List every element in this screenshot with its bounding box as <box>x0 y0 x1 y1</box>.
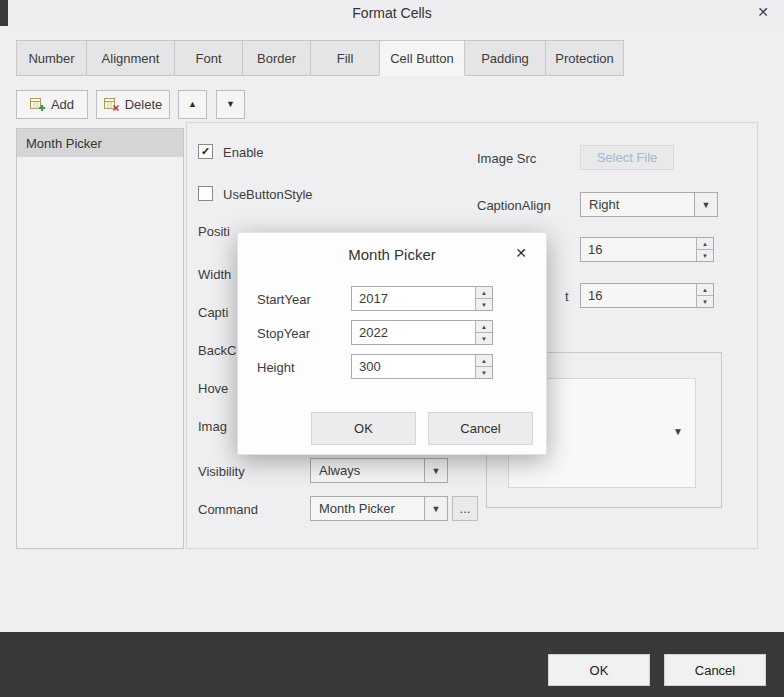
command-label: Command <box>198 502 258 517</box>
window-close-icon[interactable]: ✕ <box>757 4 769 20</box>
spin-down-icon[interactable]: ▼ <box>697 250 713 261</box>
image-height-spin-buttons: ▲ ▼ <box>696 284 713 307</box>
tab-number[interactable]: Number <box>16 40 87 76</box>
up-arrow-icon: ▲ <box>188 100 197 109</box>
image-label: Imag <box>198 419 227 434</box>
enable-label: Enable <box>223 145 263 160</box>
start-year-spin-buttons: ▲ ▼ <box>475 287 492 310</box>
image-height-label-fragment: t <box>565 289 569 304</box>
spin-up-icon[interactable]: ▲ <box>697 284 713 296</box>
check-icon: ✓ <box>201 146 210 157</box>
stop-year-spin-buttons: ▲ ▼ <box>475 321 492 344</box>
cell-button-list: Month Picker <box>16 128 184 549</box>
image-height-input[interactable] <box>581 284 696 307</box>
tab-cell-button[interactable]: Cell Button <box>379 40 465 76</box>
add-icon <box>30 98 45 111</box>
delete-button-label: Delete <box>125 97 163 112</box>
stop-year-spinner[interactable]: ▲ ▼ <box>351 320 493 345</box>
delete-button[interactable]: Delete <box>96 90 170 119</box>
caption-align-dropdown[interactable]: Right ▼ <box>580 192 718 217</box>
ok-button[interactable]: OK <box>548 654 650 686</box>
command-value: Month Picker <box>311 497 424 520</box>
caption-align-value: Right <box>581 193 694 216</box>
month-picker-ok-button[interactable]: OK <box>311 412 416 445</box>
use-button-style-checkbox[interactable] <box>198 186 213 201</box>
month-picker-cancel-button[interactable]: Cancel <box>428 412 533 445</box>
image-width-spin-buttons: ▲ ▼ <box>696 238 713 261</box>
enable-checkbox[interactable]: ✓ <box>198 144 213 159</box>
delete-icon <box>104 98 119 111</box>
month-picker-title: Month Picker <box>238 246 546 263</box>
select-file-button[interactable]: Select File <box>580 145 674 170</box>
command-more-button[interactable]: ... <box>452 496 478 521</box>
move-up-button[interactable]: ▲ <box>178 90 207 119</box>
tab-strip: Number Alignment Font Border Fill Cell B… <box>16 40 624 76</box>
start-year-input[interactable] <box>352 287 475 310</box>
height-spinner[interactable]: ▲ ▼ <box>351 354 493 379</box>
spin-up-icon[interactable]: ▲ <box>697 238 713 250</box>
tab-border[interactable]: Border <box>242 40 311 76</box>
height-label: Height <box>257 360 295 375</box>
image-width-spinner[interactable]: ▲ ▼ <box>580 237 714 262</box>
spin-down-icon[interactable]: ▼ <box>697 296 713 307</box>
image-width-input[interactable] <box>581 238 696 261</box>
width-label: Width <box>198 267 231 282</box>
month-picker-close-icon[interactable]: ✕ <box>515 245 527 261</box>
move-down-button[interactable]: ▼ <box>216 90 245 119</box>
tab-fill[interactable]: Fill <box>310 40 380 76</box>
preview-dropdown-icon[interactable]: ▼ <box>673 427 683 437</box>
list-item-month-picker[interactable]: Month Picker <box>17 129 183 157</box>
position-label: Positi <box>198 224 230 239</box>
month-picker-dialog: Month Picker ✕ StartYear ▲ ▼ StopYear ▲ … <box>237 232 547 455</box>
hover-label: Hove <box>198 381 228 396</box>
start-year-label: StartYear <box>257 292 311 307</box>
down-arrow-icon: ▼ <box>226 100 235 109</box>
image-src-label: Image Src <box>477 151 536 166</box>
visibility-label: Visibility <box>198 464 245 479</box>
caption-label: Capti <box>198 305 228 320</box>
spin-down-icon[interactable]: ▼ <box>476 367 492 378</box>
tab-font[interactable]: Font <box>174 40 243 76</box>
caption-align-label: CaptionAlign <box>477 198 551 213</box>
spin-up-icon[interactable]: ▲ <box>476 287 492 299</box>
add-button[interactable]: Add <box>16 90 88 119</box>
cancel-button[interactable]: Cancel <box>664 654 766 686</box>
title-bar: Format Cells ✕ <box>0 0 784 26</box>
height-spin-buttons: ▲ ▼ <box>475 355 492 378</box>
start-year-spinner[interactable]: ▲ ▼ <box>351 286 493 311</box>
visibility-dropdown[interactable]: Always ▼ <box>310 458 448 483</box>
caption-align-dropdown-arrow-icon[interactable]: ▼ <box>694 193 717 216</box>
tab-padding[interactable]: Padding <box>464 40 546 76</box>
height-input[interactable] <box>352 355 475 378</box>
command-dropdown-arrow-icon[interactable]: ▼ <box>424 497 447 520</box>
command-dropdown[interactable]: Month Picker ▼ <box>310 496 448 521</box>
visibility-dropdown-arrow-icon[interactable]: ▼ <box>424 459 447 482</box>
spin-down-icon[interactable]: ▼ <box>476 299 492 310</box>
backcolor-label: BackC <box>198 343 236 358</box>
window-corner <box>0 0 8 26</box>
window-title: Format Cells <box>0 5 784 21</box>
tab-alignment[interactable]: Alignment <box>86 40 175 76</box>
stop-year-input[interactable] <box>352 321 475 344</box>
stop-year-label: StopYear <box>257 326 310 341</box>
visibility-value: Always <box>311 459 424 482</box>
spin-up-icon[interactable]: ▲ <box>476 355 492 367</box>
use-button-style-label: UseButtonStyle <box>223 187 313 202</box>
image-height-spinner[interactable]: ▲ ▼ <box>580 283 714 308</box>
add-button-label: Add <box>51 97 74 112</box>
tab-protection[interactable]: Protection <box>545 40 624 76</box>
spin-up-icon[interactable]: ▲ <box>476 321 492 333</box>
format-cells-window: { "window": { "title": "Format Cells", "… <box>0 0 784 697</box>
spin-down-icon[interactable]: ▼ <box>476 333 492 344</box>
